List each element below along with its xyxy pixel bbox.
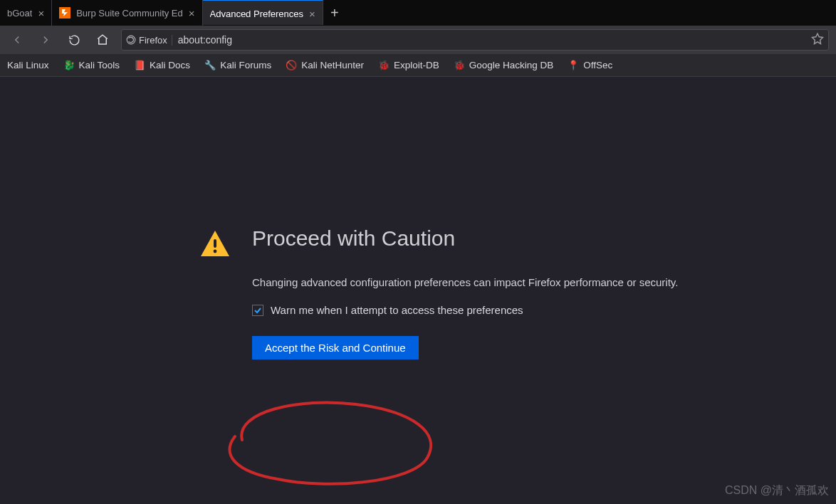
bookmark-label: Kali NetHunter: [301, 60, 364, 70]
bookmark-icon: 🐉: [63, 60, 75, 71]
bookmark-icon: 🐞: [454, 60, 465, 71]
bookmark-kali-docs[interactable]: 📕 Kali Docs: [134, 60, 190, 71]
about-config-warning: Proceed with Caution Changing advanced c…: [0, 77, 836, 359]
new-tab-button[interactable]: +: [323, 5, 346, 21]
checkbox-label: Warn me when I attempt to access these p…: [271, 304, 523, 316]
bookmark-icon: 📍: [568, 60, 579, 71]
bookmark-kali-nethunter[interactable]: 🚫 Kali NetHunter: [286, 60, 364, 71]
bookmark-kali-linux[interactable]: Kali Linux: [7, 60, 49, 70]
bookmark-label: Kali Tools: [79, 60, 120, 70]
tab-label: Advanced Preferences: [210, 9, 304, 19]
warning-icon: [199, 229, 231, 261]
bookmark-label: Exploit-DB: [394, 60, 439, 70]
bookmark-offsec[interactable]: 📍 OffSec: [568, 60, 612, 71]
burp-favicon-icon: [59, 7, 70, 19]
bookmark-label: Kali Linux: [7, 60, 49, 70]
bookmark-label: OffSec: [583, 60, 612, 70]
bookmarks-bar: Kali Linux 🐉 Kali Tools 📕 Kali Docs 🔧 Ka…: [0, 54, 836, 77]
tab-label: Burp Suite Community Ed: [76, 8, 183, 19]
close-icon[interactable]: ×: [309, 8, 315, 20]
tab-advanced-prefs[interactable]: Advanced Preferences ×: [203, 0, 323, 25]
page-description: Changing advanced configuration preferen…: [252, 276, 678, 288]
reload-button[interactable]: [64, 30, 84, 50]
identity-label: Firefox: [139, 35, 167, 46]
bookmark-star-icon[interactable]: [811, 32, 824, 48]
svg-rect-1: [214, 239, 216, 248]
toolbar: Firefox about:config: [0, 26, 836, 54]
watermark: CSDN @清丶酒孤欢: [725, 483, 829, 498]
firefox-icon: [126, 35, 136, 45]
tab-burp[interactable]: Burp Suite Community Ed ×: [52, 0, 202, 26]
bookmark-icon: 🔧: [204, 60, 216, 71]
bookmark-exploit-db[interactable]: 🐞 Exploit-DB: [378, 60, 439, 71]
bookmark-icon: 📕: [134, 60, 145, 71]
accept-risk-button[interactable]: Accept the Risk and Continue: [252, 336, 419, 359]
bookmark-label: Kali Docs: [150, 60, 190, 70]
bookmark-icon: 🐞: [378, 60, 390, 71]
checkbox-icon[interactable]: [252, 305, 263, 316]
close-icon[interactable]: ×: [189, 7, 195, 19]
bookmark-label: Google Hacking DB: [469, 60, 554, 70]
home-button[interactable]: [93, 30, 113, 50]
tab-strip: bGoat × Burp Suite Community Ed × Advanc…: [0, 0, 836, 26]
url-text: about:config: [178, 34, 805, 46]
svg-point-2: [214, 250, 217, 253]
back-button: [7, 30, 27, 50]
bookmark-kali-forums[interactable]: 🔧 Kali Forums: [204, 60, 271, 71]
tab-bgoat[interactable]: bGoat ×: [0, 0, 52, 26]
warn-checkbox-row[interactable]: Warn me when I attempt to access these p…: [252, 304, 678, 316]
bookmark-kali-tools[interactable]: 🐉 Kali Tools: [63, 60, 120, 71]
url-bar[interactable]: Firefox about:config: [121, 29, 829, 51]
hand-drawn-annotation: [214, 397, 449, 497]
forward-button: [36, 30, 56, 50]
bookmark-label: Kali Forums: [220, 60, 271, 70]
page-heading: Proceed with Caution: [252, 226, 678, 251]
bookmark-icon: 🚫: [286, 60, 297, 71]
close-icon[interactable]: ×: [38, 7, 44, 19]
bookmark-google-hacking-db[interactable]: 🐞 Google Hacking DB: [454, 60, 554, 71]
tab-label: bGoat: [7, 8, 32, 19]
identity-box[interactable]: Firefox: [126, 35, 172, 46]
